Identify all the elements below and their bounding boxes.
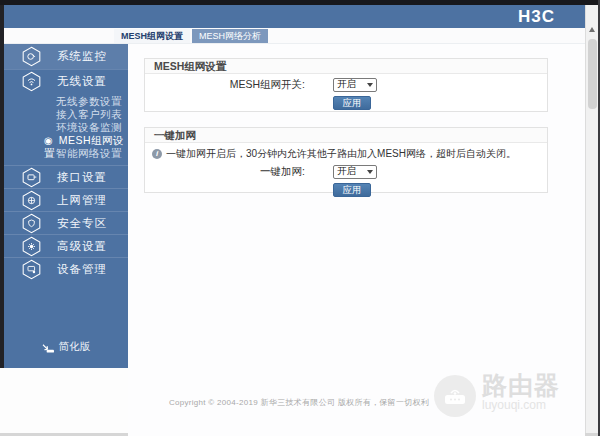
submenu-item-mesh-settings[interactable]: ◉ MESH组网设置 (4, 134, 128, 147)
watermark-site: luyouqi.com (482, 398, 560, 412)
onekey-info-text: 一键加网开启后，30分钟内允许其他子路由加入MESH网络，超时后自动关闭。 (166, 147, 516, 161)
onekey-join-panel: 一键加网 i 一键加网开启后，30分钟内允许其他子路由加入MESH网络，超时后自… (144, 127, 548, 193)
wireless-settings-icon (21, 71, 42, 92)
sidebar-item-label: 上网管理 (57, 193, 107, 208)
onekey-panel-title: 一键加网 (145, 128, 547, 143)
sidebar-item-label: 系统监控 (57, 49, 107, 64)
onekey-switch-value: 开启 (337, 165, 356, 178)
submenu-item-wireless-params[interactable]: 无线参数设置 (4, 95, 128, 108)
device-manage-icon (21, 259, 42, 280)
sidebar-item-wireless-settings[interactable]: 无线设置 (4, 69, 128, 92)
selected-radio-icon: ◉ (44, 134, 53, 147)
onekey-switch-select[interactable]: 开启 (333, 165, 377, 179)
sidebar-item-label: 安全专区 (57, 216, 107, 231)
advanced-settings-icon (21, 236, 42, 257)
submenu-item-env-monitor[interactable]: 环境设备监测 (4, 121, 128, 134)
wireless-submenu: 无线参数设置 接入客户列表 环境设备监测 ◉ MESH组网设置 智能网络设置 (4, 92, 128, 165)
tab-mesh-settings[interactable]: MESH组网设置 (114, 29, 190, 43)
tab-mesh-analysis[interactable]: MESH网络分析 (192, 29, 268, 43)
h3c-logo: H3C (518, 7, 555, 27)
sidebar-item-device-manage[interactable]: 设备管理 (4, 257, 128, 280)
mesh-settings-panel: MESH组网设置 MESH组网开关: 开启 应用 (144, 58, 548, 112)
chevron-down-icon (367, 83, 373, 87)
router-admin-page: H3C MESH组网设置 MESH网络分析 系统监控 无线设置 无线参数设置 接… (0, 0, 600, 436)
submenu-item-smart-network[interactable]: 智能网络设置 (4, 147, 128, 160)
sidebar-item-label: 设备管理 (57, 262, 107, 277)
watermark-title: 路由器 (482, 372, 560, 398)
mesh-panel-title: MESH组网设置 (145, 59, 547, 74)
info-icon: i (152, 149, 162, 159)
sidebar-item-security-zone[interactable]: 安全专区 (4, 211, 128, 234)
vertical-scrollbar[interactable] (585, 5, 598, 433)
simplified-version-icon (42, 342, 55, 353)
sidebar-item-advanced-settings[interactable]: 高级设置 (4, 234, 128, 257)
simplified-version-link[interactable]: 简化版 (4, 340, 128, 354)
tab-bar: MESH组网设置 MESH网络分析 (4, 28, 585, 44)
sidebar-item-interface-settings[interactable]: 接口设置 (4, 165, 128, 188)
sidebar-item-label: 无线设置 (57, 74, 107, 89)
onekey-switch-label: 一键加网: (145, 165, 305, 179)
submenu-item-client-list[interactable]: 接入客户列表 (4, 108, 128, 121)
system-monitor-icon (21, 46, 42, 67)
onekey-apply-button[interactable]: 应用 (333, 183, 371, 197)
router-watermark-icon (434, 375, 476, 417)
mesh-switch-label: MESH组网开关: (145, 78, 305, 92)
sidebar-nav: 系统监控 无线设置 无线参数设置 接入客户列表 环境设备监测 ◉ MESH组网设… (4, 44, 128, 368)
onekey-info-row: i 一键加网开启后，30分钟内允许其他子路由加入MESH网络，超时后自动关闭。 (145, 147, 547, 161)
internet-manage-icon (21, 190, 42, 211)
mesh-apply-button[interactable]: 应用 (333, 96, 371, 110)
luyouqi-watermark: 路由器 luyouqi.com (434, 372, 560, 417)
sidebar-item-system-monitor[interactable]: 系统监控 (4, 44, 128, 69)
sidebar-item-internet-manage[interactable]: 上网管理 (4, 188, 128, 211)
sidebar-item-label: 接口设置 (57, 170, 107, 185)
security-zone-icon (21, 213, 42, 234)
chevron-down-icon (367, 170, 373, 174)
header-bar: H3C (4, 5, 585, 28)
mesh-switch-value: 开启 (337, 78, 356, 91)
scrollbar-thumb[interactable] (588, 39, 597, 109)
sidebar-item-label: 高级设置 (57, 239, 107, 254)
scroll-up-icon[interactable] (589, 27, 595, 32)
mesh-switch-select[interactable]: 开启 (333, 78, 377, 92)
interface-settings-icon (21, 167, 42, 188)
